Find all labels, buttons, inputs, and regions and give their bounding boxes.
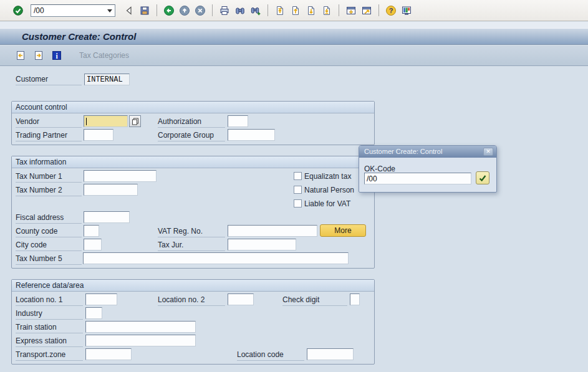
natural-person-checkbox[interactable]	[294, 186, 302, 194]
help-icon[interactable]: ?	[384, 4, 398, 17]
location-no-1-field[interactable]	[85, 293, 117, 305]
county-code-field[interactable]	[84, 225, 99, 237]
liable-for-vat-label: Liable for VAT	[304, 199, 350, 208]
fiscal-address-field[interactable]	[84, 211, 130, 223]
location-no-2-label: Location no. 2	[158, 295, 225, 306]
trading-partner-field[interactable]	[84, 129, 113, 141]
check-icon	[478, 173, 488, 183]
enter-icon[interactable]	[11, 4, 25, 17]
tax-jur-field[interactable]	[228, 239, 296, 250]
find-icon[interactable]	[233, 4, 247, 17]
location-code-label: Location code	[237, 350, 304, 361]
ok-code-dialog: Customer Create: Control ✕ OK-Code	[359, 145, 497, 193]
natural-person-label: Natural Person	[304, 186, 354, 194]
group-title: Reference data/area	[16, 281, 84, 290]
tax-number-1-field[interactable]	[84, 170, 157, 182]
customize-icon[interactable]	[400, 4, 413, 17]
tax-number-2-label: Tax Number 2	[16, 186, 82, 196]
toolbar-separator	[157, 4, 157, 16]
more-button[interactable]: More	[320, 224, 366, 237]
nav-exit-icon[interactable]	[178, 4, 191, 17]
toolbar-separator	[212, 4, 213, 16]
application-toolbar: i Tax Categories	[0, 45, 588, 66]
industry-field[interactable]	[85, 307, 102, 319]
tax-categories-button: Tax Categories	[79, 51, 129, 60]
group-header: Account control	[12, 102, 374, 113]
toolbar-gap-strip	[0, 22, 588, 28]
fiscal-address-label: Fiscal address	[16, 213, 82, 224]
page-title: Customer Create: Control	[22, 31, 136, 42]
save-icon[interactable]	[138, 4, 152, 17]
find-next-icon[interactable]	[249, 4, 263, 17]
check-digit-field[interactable]	[350, 293, 360, 305]
liable-for-vat-checkbox[interactable]	[294, 199, 302, 207]
city-code-field[interactable]	[84, 239, 102, 250]
dialog-title-bar[interactable]: Customer Create: Control ✕	[359, 146, 496, 158]
transport-zone-field[interactable]	[85, 348, 132, 360]
city-code-label: City code	[16, 241, 82, 251]
text-cursor	[86, 118, 87, 125]
toolbar-separator	[339, 4, 339, 16]
corporate-group-field[interactable]	[228, 129, 275, 141]
vat-reg-no-label: VAT Reg. No.	[158, 227, 225, 237]
command-input[interactable]	[31, 6, 101, 16]
tax-number-5-field[interactable]	[83, 252, 349, 264]
trading-partner-label: Trading Partner	[16, 131, 82, 141]
confirm-button[interactable]	[476, 171, 489, 184]
group-title: Tax information	[16, 158, 66, 166]
toolbar-separator	[378, 4, 379, 16]
last-page-icon[interactable]	[320, 4, 334, 17]
tax-jur-label: Tax Jur.	[158, 241, 225, 251]
equalizatn-tax-label: Equalizatn tax	[304, 172, 351, 181]
vendor-matchcode-button[interactable]	[129, 115, 141, 127]
group-header: Reference data/area	[12, 280, 374, 292]
corporate-group-label: Corporate Group	[158, 131, 225, 141]
info-icon[interactable]: i	[50, 49, 64, 62]
tax-number-2-field[interactable]	[84, 184, 138, 196]
next-screen-icon[interactable]	[32, 49, 46, 62]
train-station-field[interactable]	[85, 321, 196, 333]
toolbar-separator	[267, 4, 268, 16]
vendor-label: Vendor	[16, 117, 82, 128]
command-field[interactable]	[31, 4, 115, 17]
first-page-icon[interactable]	[273, 4, 287, 17]
print-icon[interactable]	[218, 4, 231, 17]
matchcode-icon	[131, 117, 140, 126]
chevron-down-icon[interactable]	[107, 9, 112, 12]
sap-window: ? Customer Create: Control i Tax Categor…	[0, 0, 588, 372]
express-station-label: Express station	[16, 336, 83, 347]
county-code-label: County code	[16, 227, 82, 237]
vendor-field[interactable]	[84, 115, 128, 127]
equalizatn-tax-checkbox[interactable]	[294, 172, 302, 180]
location-no-2-field[interactable]	[228, 293, 254, 305]
dialog-title: Customer Create: Control	[364, 148, 442, 155]
location-code-field[interactable]	[307, 348, 354, 360]
customer-field[interactable]	[84, 74, 130, 85]
group-title: Account control	[16, 103, 67, 112]
location-no-1-label: Location no. 1	[16, 295, 83, 306]
close-icon[interactable]: ✕	[483, 148, 493, 156]
authorization-label: Authorization	[158, 117, 225, 128]
nav-back-icon[interactable]	[162, 4, 176, 17]
page-up-icon[interactable]	[289, 4, 302, 17]
nav-cancel-icon[interactable]	[193, 4, 207, 17]
page-down-icon[interactable]	[304, 4, 318, 17]
industry-label: Industry	[16, 309, 83, 320]
group-header: Tax information	[12, 156, 374, 168]
check-digit-label: Check digit	[282, 295, 347, 306]
tax-number-1-label: Tax Number 1	[16, 172, 82, 183]
screen-title-bar: Customer Create: Control	[0, 28, 588, 45]
customer-label: Customer	[16, 75, 82, 85]
new-session-icon[interactable]	[344, 4, 358, 17]
tax-number-5-label: Tax Number 5	[16, 254, 82, 265]
vat-reg-no-field[interactable]	[228, 225, 317, 237]
svg-text:?: ?	[389, 7, 393, 14]
train-station-label: Train station	[16, 323, 83, 333]
express-station-field[interactable]	[85, 335, 196, 346]
system-toolbar: ?	[0, 0, 588, 21]
ok-code-field[interactable]	[364, 173, 471, 184]
previous-screen-icon[interactable]	[14, 49, 27, 62]
shortcut-icon[interactable]	[360, 4, 374, 17]
authorization-field[interactable]	[228, 115, 248, 127]
back-triangle-icon[interactable]	[122, 4, 136, 17]
